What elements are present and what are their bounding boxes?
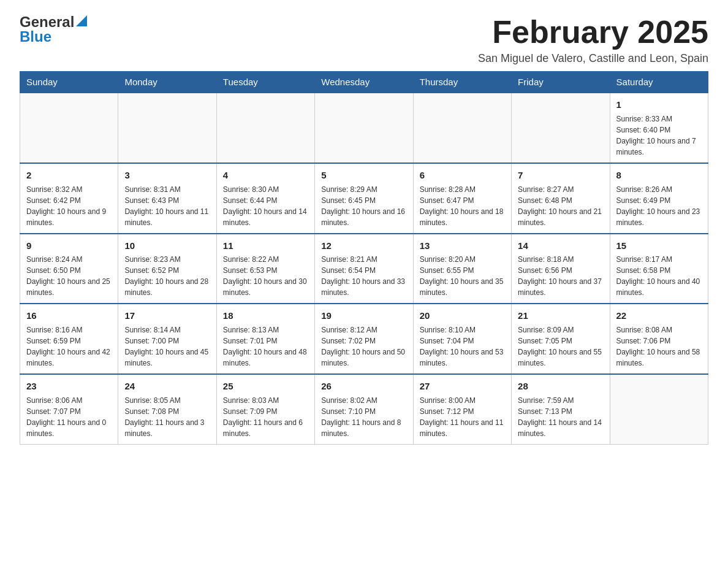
location-subtitle: San Miguel de Valero, Castille and Leon,… <box>478 52 708 65</box>
day-number: 8 <box>616 169 702 182</box>
calendar-cell <box>610 374 708 444</box>
day-info: Sunrise: 8:08 AMSunset: 7:06 PMDaylight:… <box>616 324 702 369</box>
weekday-header-wednesday: Wednesday <box>315 72 413 93</box>
day-info: Sunrise: 8:00 AMSunset: 7:12 PMDaylight:… <box>420 395 505 439</box>
calendar-cell: 22Sunrise: 8:08 AMSunset: 7:06 PMDayligh… <box>610 304 708 374</box>
weekday-header-tuesday: Tuesday <box>216 72 314 93</box>
day-number: 7 <box>518 169 603 182</box>
day-number: 15 <box>616 239 702 253</box>
calendar-week-row: 9Sunrise: 8:24 AMSunset: 6:50 PMDaylight… <box>20 234 708 304</box>
calendar-header-row: SundayMondayTuesdayWednesdayThursdayFrid… <box>20 72 708 93</box>
logo-general-text: General <box>20 15 74 29</box>
day-info: Sunrise: 7:59 AMSunset: 7:13 PMDaylight:… <box>518 395 603 439</box>
calendar-cell: 19Sunrise: 8:12 AMSunset: 7:02 PMDayligh… <box>315 304 413 374</box>
calendar-cell: 10Sunrise: 8:23 AMSunset: 6:52 PMDayligh… <box>118 234 216 304</box>
calendar-cell: 3Sunrise: 8:31 AMSunset: 6:43 PMDaylight… <box>118 163 216 234</box>
calendar-cell: 2Sunrise: 8:32 AMSunset: 6:42 PMDaylight… <box>20 163 118 234</box>
day-info: Sunrise: 8:32 AMSunset: 6:42 PMDaylight:… <box>26 184 112 228</box>
calendar-week-row: 2Sunrise: 8:32 AMSunset: 6:42 PMDaylight… <box>20 163 708 234</box>
calendar-cell: 27Sunrise: 8:00 AMSunset: 7:12 PMDayligh… <box>413 374 511 444</box>
day-number: 19 <box>321 309 406 323</box>
day-info: Sunrise: 8:28 AMSunset: 6:47 PMDaylight:… <box>420 184 505 228</box>
calendar-cell: 8Sunrise: 8:26 AMSunset: 6:49 PMDaylight… <box>610 163 708 234</box>
calendar-cell: 26Sunrise: 8:02 AMSunset: 7:10 PMDayligh… <box>315 374 413 444</box>
day-info: Sunrise: 8:24 AMSunset: 6:50 PMDaylight:… <box>26 254 112 298</box>
day-number: 22 <box>616 309 702 323</box>
calendar-cell <box>315 93 413 163</box>
day-info: Sunrise: 8:16 AMSunset: 6:59 PMDaylight:… <box>26 324 112 369</box>
logo-triangle-icon <box>76 15 87 26</box>
day-info: Sunrise: 8:20 AMSunset: 6:55 PMDaylight:… <box>420 254 505 298</box>
day-number: 23 <box>26 380 112 393</box>
calendar-cell: 16Sunrise: 8:16 AMSunset: 6:59 PMDayligh… <box>20 304 118 374</box>
calendar-table: SundayMondayTuesdayWednesdayThursdayFrid… <box>20 71 708 445</box>
day-number: 10 <box>124 239 210 253</box>
day-info: Sunrise: 8:30 AMSunset: 6:44 PMDaylight:… <box>223 184 308 228</box>
day-number: 6 <box>420 169 505 182</box>
day-number: 18 <box>223 309 308 323</box>
day-number: 17 <box>124 309 210 323</box>
day-number: 14 <box>518 239 603 253</box>
day-info: Sunrise: 8:27 AMSunset: 6:48 PMDaylight:… <box>518 184 603 228</box>
calendar-cell: 6Sunrise: 8:28 AMSunset: 6:47 PMDaylight… <box>413 163 511 234</box>
calendar-cell: 14Sunrise: 8:18 AMSunset: 6:56 PMDayligh… <box>512 234 610 304</box>
month-year-title: February 2025 <box>478 15 708 50</box>
logo: General Blue <box>20 15 87 45</box>
day-number: 13 <box>420 239 505 253</box>
day-info: Sunrise: 8:21 AMSunset: 6:54 PMDaylight:… <box>321 254 406 298</box>
day-info: Sunrise: 8:10 AMSunset: 7:04 PMDaylight:… <box>420 324 505 369</box>
day-number: 24 <box>124 380 210 393</box>
day-number: 4 <box>223 169 308 182</box>
weekday-header-saturday: Saturday <box>610 72 708 93</box>
day-number: 16 <box>26 309 112 323</box>
day-number: 26 <box>321 380 406 393</box>
day-info: Sunrise: 8:31 AMSunset: 6:43 PMDaylight:… <box>124 184 210 228</box>
calendar-cell: 18Sunrise: 8:13 AMSunset: 7:01 PMDayligh… <box>216 304 314 374</box>
calendar-cell: 9Sunrise: 8:24 AMSunset: 6:50 PMDaylight… <box>20 234 118 304</box>
calendar-week-row: 16Sunrise: 8:16 AMSunset: 6:59 PMDayligh… <box>20 304 708 374</box>
page-header: General Blue February 2025 San Miguel de… <box>20 15 708 65</box>
day-info: Sunrise: 8:33 AMSunset: 6:40 PMDaylight:… <box>616 113 702 158</box>
calendar-cell: 11Sunrise: 8:22 AMSunset: 6:53 PMDayligh… <box>216 234 314 304</box>
weekday-header-sunday: Sunday <box>20 72 118 93</box>
calendar-cell <box>118 93 216 163</box>
calendar-cell: 7Sunrise: 8:27 AMSunset: 6:48 PMDaylight… <box>512 163 610 234</box>
day-info: Sunrise: 8:06 AMSunset: 7:07 PMDaylight:… <box>26 395 112 439</box>
calendar-cell: 12Sunrise: 8:21 AMSunset: 6:54 PMDayligh… <box>315 234 413 304</box>
day-info: Sunrise: 8:22 AMSunset: 6:53 PMDaylight:… <box>223 254 308 298</box>
day-info: Sunrise: 8:02 AMSunset: 7:10 PMDaylight:… <box>321 395 406 439</box>
calendar-cell: 20Sunrise: 8:10 AMSunset: 7:04 PMDayligh… <box>413 304 511 374</box>
day-info: Sunrise: 8:17 AMSunset: 6:58 PMDaylight:… <box>616 254 702 298</box>
calendar-cell: 17Sunrise: 8:14 AMSunset: 7:00 PMDayligh… <box>118 304 216 374</box>
day-number: 2 <box>26 169 112 182</box>
svg-marker-0 <box>76 15 87 26</box>
day-number: 25 <box>223 380 308 393</box>
calendar-cell <box>512 93 610 163</box>
calendar-cell <box>20 93 118 163</box>
day-info: Sunrise: 8:05 AMSunset: 7:08 PMDaylight:… <box>124 395 210 439</box>
day-info: Sunrise: 8:18 AMSunset: 6:56 PMDaylight:… <box>518 254 603 298</box>
calendar-cell: 28Sunrise: 7:59 AMSunset: 7:13 PMDayligh… <box>512 374 610 444</box>
day-number: 28 <box>518 380 603 393</box>
day-number: 11 <box>223 239 308 253</box>
calendar-cell <box>216 93 314 163</box>
day-info: Sunrise: 8:26 AMSunset: 6:49 PMDaylight:… <box>616 184 702 228</box>
day-info: Sunrise: 8:14 AMSunset: 7:00 PMDaylight:… <box>124 324 210 369</box>
calendar-cell: 5Sunrise: 8:29 AMSunset: 6:45 PMDaylight… <box>315 163 413 234</box>
calendar-cell: 1Sunrise: 8:33 AMSunset: 6:40 PMDaylight… <box>610 93 708 163</box>
weekday-header-friday: Friday <box>512 72 610 93</box>
day-info: Sunrise: 8:23 AMSunset: 6:52 PMDaylight:… <box>124 254 210 298</box>
day-number: 27 <box>420 380 505 393</box>
calendar-cell: 4Sunrise: 8:30 AMSunset: 6:44 PMDaylight… <box>216 163 314 234</box>
calendar-cell: 21Sunrise: 8:09 AMSunset: 7:05 PMDayligh… <box>512 304 610 374</box>
day-number: 3 <box>124 169 210 182</box>
calendar-week-row: 1Sunrise: 8:33 AMSunset: 6:40 PMDaylight… <box>20 93 708 163</box>
day-info: Sunrise: 8:03 AMSunset: 7:09 PMDaylight:… <box>223 395 308 439</box>
weekday-header-monday: Monday <box>118 72 216 93</box>
logo-blue-text: Blue <box>20 28 51 45</box>
calendar-cell: 23Sunrise: 8:06 AMSunset: 7:07 PMDayligh… <box>20 374 118 444</box>
day-number: 21 <box>518 309 603 323</box>
day-info: Sunrise: 8:09 AMSunset: 7:05 PMDaylight:… <box>518 324 603 369</box>
calendar-cell: 15Sunrise: 8:17 AMSunset: 6:58 PMDayligh… <box>610 234 708 304</box>
day-info: Sunrise: 8:12 AMSunset: 7:02 PMDaylight:… <box>321 324 406 369</box>
